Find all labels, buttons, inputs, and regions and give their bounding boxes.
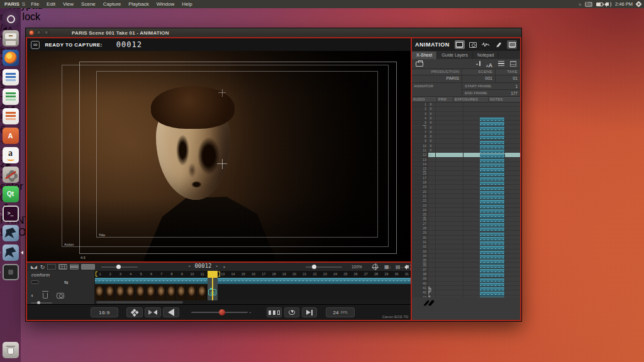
live-view-tool-icon[interactable] [455, 40, 465, 49]
playhead-marker[interactable] [208, 271, 218, 278]
aspect-mask-button[interactable] [47, 264, 56, 270]
menu-item-capture[interactable]: Capture [99, 1, 125, 7]
frame-ruler[interactable]: 1234567891011121314151617181920212223242… [95, 271, 411, 278]
clock[interactable]: 2:46 PM [615, 1, 633, 7]
xsheet-rows[interactable]: 1X2X3X4X5X6X7X8X9X10X11X12c1314151617181… [412, 102, 520, 297]
app-menu-label[interactable]: PARIS [4, 1, 19, 7]
launcher-ubuntu-software[interactable]: A [3, 128, 19, 144]
launcher-trash[interactable] [3, 342, 19, 358]
video-assist-icon[interactable] [507, 40, 517, 49]
tab-x-sheet[interactable]: X-Sheet [412, 52, 437, 59]
end-frame-value[interactable]: 177 [511, 91, 518, 96]
menu-item-help[interactable]: Help [178, 1, 196, 7]
menu-item-playback[interactable]: Playback [125, 1, 152, 7]
loop-button[interactable] [284, 307, 299, 317]
fps-button[interactable]: 24FPS [326, 307, 355, 317]
letterbox-button[interactable] [70, 264, 79, 270]
frame-thumbnail[interactable] [157, 284, 166, 300]
menu-item-edit[interactable]: Edit [43, 1, 59, 7]
frame-thumbnail[interactable] [136, 284, 145, 300]
add-column-icon[interactable]: + [475, 61, 480, 67]
launcher-libreoffice-calc[interactable] [3, 89, 19, 105]
opacity-slider[interactable] [101, 266, 138, 268]
black-bars-button[interactable] [81, 264, 95, 270]
volume-icon[interactable] [607, 3, 609, 6]
loop-start-bracket[interactable] [96, 272, 97, 277]
window-minimize-button[interactable] [36, 30, 42, 35]
take-value[interactable]: 01 [496, 75, 520, 82]
sparse-rows-icon[interactable] [510, 61, 516, 67]
production-value[interactable]: PARIS [412, 75, 462, 82]
window-close-button[interactable] [29, 30, 34, 35]
launcher-qt-creator[interactable]: Qt [3, 186, 19, 202]
audio-track[interactable] [95, 278, 411, 284]
network-icon[interactable]: ↑↓ [579, 3, 581, 6]
frame-thumbnail[interactable] [126, 284, 135, 300]
navigate-button[interactable] [126, 307, 143, 317]
launcher-firefox[interactable] [3, 50, 19, 66]
live-view-viewport[interactable]: Title Action 4:3 [27, 51, 411, 261]
audio-sync-play-button[interactable] [145, 307, 161, 317]
battery-icon[interactable] [596, 3, 603, 6]
trash-icon[interactable] [43, 293, 48, 299]
conform-label[interactable]: conform [27, 271, 94, 278]
dense-rows-icon[interactable] [498, 61, 504, 67]
aspect-ratio-button[interactable]: 16:9 [91, 307, 118, 317]
flip-view-icon[interactable]: ◣◢ [31, 265, 36, 270]
loop-end-bracket[interactable] [218, 272, 220, 277]
launcher-libreoffice-writer[interactable] [3, 69, 19, 85]
animator-label[interactable]: ANIMATOR [412, 83, 462, 96]
print-icon[interactable] [416, 62, 423, 67]
drawing-tool-icon[interactable] [494, 40, 504, 49]
menu-item-view[interactable]: View [59, 1, 77, 7]
timeline-zoom-slider[interactable] [31, 302, 52, 304]
grid-overlay-button[interactable] [58, 264, 67, 270]
audio-sync-icon[interactable]: ⇆ [64, 280, 69, 285]
audio-tool-icon[interactable] [480, 40, 491, 49]
playback-zoom-slider[interactable] [306, 263, 342, 271]
rotate-view-icon[interactable]: ↻ [40, 264, 45, 270]
camera-track-icon[interactable] [57, 293, 64, 299]
frame-thumbnail[interactable] [197, 284, 207, 300]
launcher-terminal[interactable]: >_ [3, 206, 19, 222]
xsheet-row[interactable]: 2X [412, 107, 520, 111]
play-to-end-button[interactable] [302, 307, 317, 317]
frame-thumbnail[interactable] [146, 284, 155, 300]
keyboard-indicator[interactable]: En [585, 2, 592, 7]
menu-item-window[interactable]: Window [153, 1, 178, 7]
timeline-scrollbar[interactable] [95, 300, 411, 304]
frame-thumbnail[interactable] [95, 284, 104, 300]
slider-mode-icon[interactable]: ◔ [248, 310, 251, 315]
exposure-half-icon[interactable]: ◐ [31, 292, 34, 299]
window-maximize-button[interactable] [44, 30, 49, 35]
menu-item-scene[interactable]: Scene [77, 1, 99, 7]
frame-thumbnail[interactable] [116, 284, 125, 300]
font-size-icon[interactable]: AA [486, 58, 492, 70]
frame-display-caret-icon[interactable]: ▾ [223, 265, 225, 269]
xsheet-h-scrollbar[interactable] [412, 309, 520, 320]
frame-thumbnail[interactable] [105, 284, 114, 300]
launcher-dash-home[interactable] [3, 11, 19, 27]
scene-value[interactable]: 001 [462, 75, 496, 82]
launcher-capture-tool[interactable] [3, 264, 19, 280]
window-titlebar[interactable]: PARIS Scene 001 Take 01 - ANIMATION [26, 28, 521, 37]
session-gear-icon[interactable] [636, 2, 641, 6]
marker-tool-icon[interactable] [430, 297, 433, 308]
camera-connection-icon[interactable]: ∞ [31, 41, 40, 49]
xsheet-row[interactable]: 3X [412, 112, 520, 116]
shuttle-slider[interactable] [191, 312, 248, 313]
filmstrip-toggle-icon[interactable]: ▦↓ [384, 263, 391, 271]
launcher-amazon[interactable]: a [3, 147, 19, 163]
start-frame-value[interactable]: 1 [515, 84, 518, 89]
black-frames-button[interactable] [267, 307, 282, 317]
crosshair-toggle-icon[interactable] [372, 263, 378, 271]
menu-item-file[interactable]: File [27, 1, 43, 7]
step-back-button[interactable] [163, 307, 179, 317]
timeline-volume-icon[interactable] [407, 263, 411, 271]
launcher-dragonframe-2[interactable] [3, 244, 19, 261]
monitor-out-icon[interactable]: ▤→ [396, 263, 404, 271]
test-shot-tool-icon[interactable] [468, 40, 478, 49]
keypad-key-num-lock[interactable]: num lock [0, 11, 644, 23]
launcher-libreoffice-impress[interactable] [3, 108, 19, 124]
frame-thumbnail[interactable] [187, 284, 196, 300]
